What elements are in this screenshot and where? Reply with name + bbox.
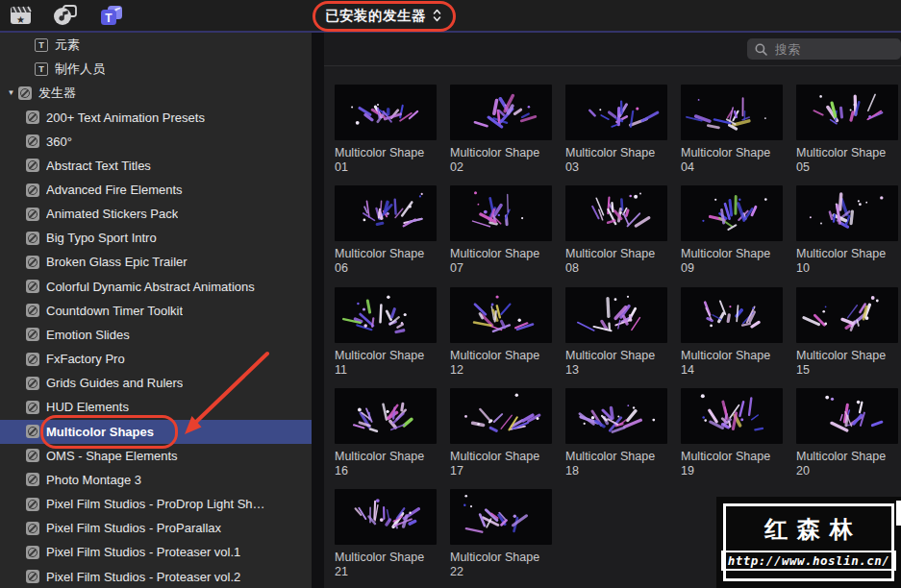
sidebar-item-label: Pixel Film Studios - ProParallax bbox=[46, 521, 221, 535]
sidebar-item[interactable]: ▼ HUD Elements bbox=[0, 395, 312, 419]
search-icon bbox=[755, 43, 767, 56]
generator-number: 03 bbox=[565, 160, 667, 175]
generator-caption: Multicolor Shape 01 bbox=[335, 146, 437, 175]
sidebar-item-label: Animated Stickers Pack bbox=[46, 207, 178, 221]
generator-caption: Multicolor Shape 06 bbox=[335, 247, 437, 276]
sidebar-item[interactable]: ▼ OMS - Shape Elements bbox=[0, 444, 312, 468]
sidebar-item[interactable]: ▼ 360° bbox=[0, 130, 312, 154]
generator-item[interactable]: Multicolor Shape 07 bbox=[450, 185, 552, 286]
watermark-frame: 红森林 http://www.hoslin.cn/ bbox=[723, 503, 894, 581]
generator-caption: Multicolor Shape 04 bbox=[681, 146, 783, 175]
generator-number: 18 bbox=[565, 464, 667, 478]
sidebar-item[interactable]: ▼ 发生器 bbox=[0, 81, 312, 105]
generator-icon bbox=[26, 546, 39, 559]
sidebar-item[interactable]: ▼ Photo Montage 3 bbox=[0, 468, 312, 492]
generator-number: 09 bbox=[681, 261, 783, 276]
generator-item[interactable]: Multicolor Shape 05 bbox=[796, 85, 898, 185]
generator-icon bbox=[26, 522, 39, 535]
sidebar-item[interactable]: ▼ Abstract Text Titles bbox=[0, 154, 312, 178]
sidebar-item-label: Advanced Fire Elements bbox=[46, 183, 183, 197]
generator-caption: Multicolor Shape 08 bbox=[565, 247, 667, 276]
sidebar-item[interactable]: ▼ Colorful Dynamic Abstract Animations bbox=[0, 275, 312, 299]
generator-item[interactable]: Multicolor Shape 03 bbox=[565, 85, 667, 185]
disclosure-triangle-icon[interactable]: ▼ bbox=[5, 88, 17, 97]
sidebar-item[interactable]: ▼ T 制作人员 bbox=[0, 57, 312, 81]
sidebar-item-label: 发生器 bbox=[38, 85, 76, 102]
generator-preview bbox=[565, 287, 667, 343]
generator-item[interactable]: Multicolor Shape 10 bbox=[796, 185, 898, 286]
media-clapperboard-icon[interactable]: ★ bbox=[10, 5, 33, 26]
sidebar-item-selected[interactable]: ▼ Multicolor Shapes bbox=[0, 420, 312, 444]
sidebar-item[interactable]: ▼ Pixel Film Studios - ProDrop Light Sh… bbox=[0, 492, 312, 516]
sidebar-item[interactable]: ▼ Countdown Timer Toolkit bbox=[0, 299, 312, 323]
generator-name: Multicolor Shape bbox=[565, 146, 667, 160]
generator-item[interactable]: Multicolor Shape 04 bbox=[681, 85, 783, 185]
generator-item[interactable]: Multicolor Shape 14 bbox=[681, 287, 783, 388]
sidebar-item[interactable]: ▼ Pixel Film Studios - ProParallax bbox=[0, 516, 312, 540]
generator-name: Multicolor Shape bbox=[450, 146, 552, 160]
generator-icon bbox=[26, 328, 39, 341]
generator-caption: Multicolor Shape 07 bbox=[450, 247, 552, 276]
generator-item[interactable]: Multicolor Shape 16 bbox=[335, 388, 437, 489]
sidebar-item[interactable]: ▼ FxFactory Pro bbox=[0, 347, 312, 371]
generator-caption: Multicolor Shape 16 bbox=[335, 450, 437, 478]
generators-source-dropdown[interactable]: 已安装的发生器 bbox=[325, 5, 441, 26]
sidebar-item[interactable]: ▼ Broken Glass Epic Trailer bbox=[0, 250, 312, 274]
generator-number: 08 bbox=[565, 261, 667, 276]
generator-name: Multicolor Shape bbox=[796, 247, 898, 261]
watermark-title: 红森林 bbox=[755, 514, 863, 545]
generator-caption: Multicolor Shape 05 bbox=[796, 146, 898, 175]
generator-item[interactable]: Multicolor Shape 21 bbox=[335, 489, 437, 588]
panel-divider bbox=[312, 33, 324, 588]
sidebar-item[interactable]: ▼ Emotion Slides bbox=[0, 323, 312, 347]
generator-item[interactable]: Multicolor Shape 18 bbox=[565, 388, 667, 489]
generator-item[interactable]: Multicolor Shape 17 bbox=[450, 388, 552, 489]
generator-icon bbox=[26, 353, 39, 366]
generator-item[interactable]: Multicolor Shape 20 bbox=[796, 388, 898, 489]
generator-item[interactable]: Multicolor Shape 15 bbox=[796, 287, 898, 388]
generator-name: Multicolor Shape bbox=[796, 450, 898, 464]
generator-item[interactable]: Multicolor Shape 12 bbox=[450, 287, 552, 388]
sidebar-item[interactable]: ▼ Pixel Film Studios - Proteaser vol.1 bbox=[0, 540, 312, 564]
sidebar-item-label: 元素 bbox=[55, 37, 80, 54]
generator-preview bbox=[450, 489, 552, 545]
generator-item[interactable]: Multicolor Shape 19 bbox=[681, 388, 783, 489]
search-input[interactable] bbox=[773, 41, 883, 58]
generator-number: 19 bbox=[681, 464, 783, 478]
generator-number: 20 bbox=[796, 464, 898, 478]
generator-item[interactable]: Multicolor Shape 09 bbox=[681, 185, 783, 286]
search-field[interactable] bbox=[747, 38, 901, 60]
generator-item[interactable]: Multicolor Shape 08 bbox=[565, 185, 667, 286]
generator-item[interactable]: Multicolor Shape 22 bbox=[450, 489, 552, 588]
generator-icon bbox=[26, 425, 39, 438]
sidebar-item[interactable]: ▼ Animated Stickers Pack bbox=[0, 202, 312, 226]
generator-caption: Multicolor Shape 10 bbox=[796, 247, 898, 276]
sidebar-item[interactable]: ▼ Pixel Film Studios - Proteaser vol.2 bbox=[0, 564, 312, 588]
generator-preview bbox=[681, 185, 783, 241]
generator-item[interactable]: Multicolor Shape 02 bbox=[450, 85, 552, 185]
generator-name: Multicolor Shape bbox=[450, 551, 552, 565]
generator-icon bbox=[26, 110, 39, 124]
generator-item[interactable]: Multicolor Shape 01 bbox=[335, 85, 437, 185]
generator-item[interactable]: Multicolor Shape 11 bbox=[335, 287, 437, 388]
sidebar-item-label: Abstract Text Titles bbox=[46, 159, 151, 173]
generator-preview bbox=[565, 388, 667, 444]
generator-icon bbox=[26, 401, 39, 414]
sidebar-item-label: Colorful Dynamic Abstract Animations bbox=[46, 280, 255, 294]
generator-caption: Multicolor Shape 22 bbox=[450, 551, 552, 579]
sidebar-category-list: ▼ T 元素 ▼ T 制作人员 ▼ 发生器 ▼ 200+ Text Animat… bbox=[0, 33, 312, 588]
sidebar-item[interactable]: ▼ 200+ Text Animation Presets bbox=[0, 105, 312, 129]
sidebar-item[interactable]: ▼ Grids Guides and Rulers bbox=[0, 371, 312, 395]
generator-number: 06 bbox=[335, 261, 437, 276]
generator-icon bbox=[26, 256, 39, 269]
generator-number: 02 bbox=[450, 160, 552, 175]
generator-item[interactable]: Multicolor Shape 13 bbox=[565, 287, 667, 388]
titles-generators-icon[interactable]: T bbox=[99, 5, 122, 26]
sidebar-item[interactable]: ▼ T 元素 bbox=[0, 33, 312, 57]
sidebar-item[interactable]: ▼ Big Typo Sport Intro bbox=[0, 226, 312, 250]
generator-number: 13 bbox=[565, 363, 667, 378]
generator-caption: Multicolor Shape 19 bbox=[681, 450, 783, 478]
sidebar-item[interactable]: ▼ Advanced Fire Elements bbox=[0, 178, 312, 202]
generator-item[interactable]: Multicolor Shape 06 bbox=[335, 185, 437, 286]
photos-audio-icon[interactable] bbox=[53, 5, 76, 26]
